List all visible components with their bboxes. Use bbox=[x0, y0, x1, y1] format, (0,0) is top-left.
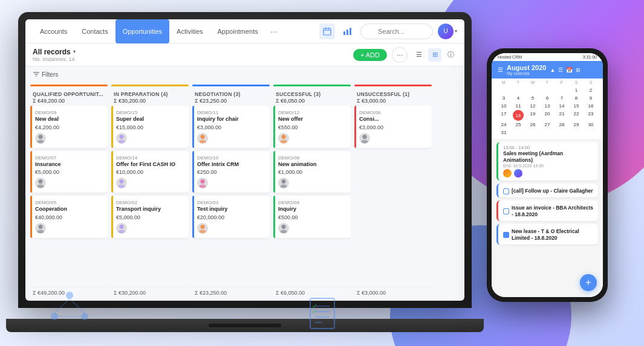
phone-event[interactable]: 13:00 - 14:00Sales meeting (Aardman Anim… bbox=[496, 142, 598, 181]
svg-rect-3 bbox=[328, 27, 330, 29]
phone-event-checkbox-row: Issue an invoice - BBA Architects - 18.8… bbox=[503, 205, 593, 218]
card-avatar bbox=[359, 133, 370, 144]
kanban-card[interactable]: DEMO/10 Offer Intrix CRM €250.00 bbox=[192, 151, 270, 193]
phone-day-cell[interactable]: 23 bbox=[584, 110, 598, 121]
svg-rect-6 bbox=[350, 28, 351, 35]
phone-day-cell[interactable]: 5 bbox=[525, 94, 540, 102]
phone-day-cell[interactable]: 20 bbox=[540, 110, 555, 121]
phone-day-cell[interactable]: 14 bbox=[555, 102, 569, 110]
avatar-chevron: ▾ bbox=[455, 28, 457, 34]
kanban-card[interactable]: DEMO/05 Cooperation €40,000.00 bbox=[30, 196, 108, 238]
phone-day-cell[interactable]: 24 bbox=[496, 121, 511, 129]
phone-event-title: Sales meeting (Aardman Animations) bbox=[503, 150, 593, 164]
phone-event[interactable]: Issue an invoice - BBA Architects - 18.8… bbox=[496, 200, 598, 221]
nav-more-dots[interactable]: ··· bbox=[265, 27, 282, 36]
phone-nav-grid-icon[interactable]: ⊞ bbox=[576, 67, 581, 73]
kanban-card[interactable]: DEMO/09 New deal €4,200.00 bbox=[30, 106, 108, 148]
subbar: All records ▾ No. instances: 14 + ADD ··… bbox=[25, 43, 464, 66]
phone-fab-button[interactable]: + bbox=[580, 274, 597, 291]
card-amount: €20,000.00 bbox=[197, 214, 265, 220]
phone-menu-icon[interactable]: ☰ bbox=[498, 66, 503, 73]
phone-day-cell[interactable]: 10 bbox=[496, 102, 511, 110]
phone-day-cell[interactable]: 1 bbox=[569, 86, 584, 94]
phone-day-cell[interactable]: 19 bbox=[525, 110, 540, 121]
phone-day-cell[interactable]: 13 bbox=[540, 102, 555, 110]
crm-app: Accounts Contacts Opportunities Activiti… bbox=[25, 19, 464, 301]
kanban-card[interactable]: DEMO/02 Transport inquiry €5,000.00 bbox=[111, 196, 189, 238]
phone-day-cell[interactable]: 27 bbox=[540, 121, 555, 129]
card-accent bbox=[192, 151, 194, 193]
kanban-col-col-qualified: QUALIFIED OPPORTUNIT... Σ €49,200.00 DEM… bbox=[30, 85, 108, 298]
card-title: Insurance bbox=[35, 161, 103, 168]
svg-point-31 bbox=[281, 185, 287, 188]
phone-day-cell[interactable]: 4 bbox=[511, 94, 525, 102]
card-avatar bbox=[197, 133, 208, 144]
phone-day-cell[interactable]: 8 bbox=[569, 94, 584, 102]
kanban-card[interactable]: DEMO/14 Offer for First CASH IO €10,000.… bbox=[111, 151, 189, 193]
phone-day-cell[interactable]: 16 bbox=[584, 102, 598, 110]
phone-day-cell[interactable]: 26 bbox=[525, 121, 540, 129]
card-amount: €1,000.00 bbox=[278, 169, 346, 175]
records-chevron[interactable]: ▾ bbox=[73, 49, 76, 54]
kanban-card[interactable]: DEMO/12 New offer €550.00 bbox=[273, 106, 351, 148]
info-view-button[interactable]: ⓘ bbox=[444, 48, 457, 62]
phone-nav-bar: ☰ August 2020 My calendar ▲ ☰ 📅 ⊞ bbox=[492, 61, 603, 78]
phone-nav-cal-icon[interactable]: 📅 bbox=[566, 67, 573, 73]
event-avatar-1 bbox=[503, 169, 512, 178]
list-view-button[interactable]: ☰ bbox=[412, 48, 426, 62]
nav-item-opportunities[interactable]: Opportunities bbox=[115, 19, 169, 43]
nav-item-appointments[interactable]: Appointments bbox=[210, 19, 265, 43]
nav-item-contacts[interactable]: Contacts bbox=[74, 19, 115, 43]
kanban-card[interactable]: DEMO/04 Inquiry €500.00 bbox=[273, 196, 351, 238]
phone-day-cell[interactable]: 9 bbox=[584, 94, 598, 102]
search-input[interactable] bbox=[360, 24, 433, 39]
card-amount: €40,000.00 bbox=[35, 214, 103, 220]
phone-day-cell[interactable]: 22 bbox=[569, 110, 584, 121]
chart-icon[interactable] bbox=[340, 24, 356, 39]
nav-item-accounts[interactable]: Accounts bbox=[33, 19, 74, 43]
phone-day-cell[interactable]: 30 bbox=[584, 121, 598, 129]
calendar-icon[interactable] bbox=[319, 24, 335, 39]
phone-day-cell[interactable]: 17 bbox=[496, 110, 511, 121]
phone-day-cell[interactable]: 6 bbox=[540, 94, 555, 102]
phone-day-cell[interactable]: 3 bbox=[496, 94, 511, 102]
phone-today-cell[interactable]: 18 bbox=[513, 110, 524, 121]
kanban-card[interactable]: DEMO/11 Inquiry for chair €3,000.00 bbox=[192, 106, 270, 148]
phone-day-cell[interactable]: 7 bbox=[555, 94, 569, 102]
event-checkbox[interactable] bbox=[503, 208, 509, 214]
kanban-card[interactable]: DEMO/07 Insurance €5,000.00 bbox=[30, 151, 108, 193]
card-accent bbox=[273, 196, 275, 238]
phone-day-cell[interactable]: 29 bbox=[569, 121, 584, 129]
phone-nav-filter-icon[interactable]: ☰ bbox=[558, 67, 563, 73]
svg-point-37 bbox=[51, 313, 58, 320]
user-avatar[interactable]: U bbox=[438, 24, 454, 39]
card-avatar bbox=[197, 223, 208, 234]
more-options-button[interactable]: ··· bbox=[392, 47, 408, 63]
phone-event[interactable]: New lease - T & O Electrical Limited - 1… bbox=[496, 224, 598, 245]
phone-day-cell[interactable]: 25 bbox=[511, 121, 525, 129]
svg-point-30 bbox=[282, 179, 286, 184]
kanban-card[interactable]: DEMO/03 Test inquiry €20,000.00 bbox=[192, 196, 270, 238]
kanban-view-button[interactable]: ⊞ bbox=[428, 48, 441, 62]
phone-event[interactable]: [call] Follow up - Claire Gallagher bbox=[496, 184, 598, 197]
svg-point-27 bbox=[200, 230, 206, 234]
phone-day-cell[interactable]: 15 bbox=[569, 102, 584, 110]
phone-day-cell[interactable]: 31 bbox=[496, 129, 511, 136]
kanban-card[interactable]: DEMO/06 Consi... €3,000.00 bbox=[354, 106, 432, 148]
kanban-card[interactable]: DEMO/08 New animation €1,000.00 bbox=[273, 151, 351, 193]
phone-day-cell[interactable]: 2 bbox=[584, 86, 598, 94]
event-checkbox[interactable] bbox=[503, 232, 509, 238]
phone-day-cell[interactable]: 11 bbox=[511, 102, 525, 110]
add-button[interactable]: + ADD bbox=[353, 49, 387, 61]
phone-day-cell[interactable]: 12 bbox=[525, 102, 540, 110]
event-avatar-2 bbox=[514, 169, 522, 178]
kanban-card[interactable]: DEMO/15 Super deal €15,000.00 bbox=[111, 106, 189, 148]
event-checkbox[interactable] bbox=[503, 188, 509, 194]
nav-item-activities[interactable]: Activities bbox=[169, 19, 210, 43]
col-title: IN PREPARATION (4) bbox=[114, 91, 186, 97]
phone-day-cell[interactable]: 28 bbox=[555, 121, 569, 129]
card-avatar bbox=[35, 133, 46, 144]
phone-day-cell[interactable]: 21 bbox=[555, 110, 569, 121]
filters-button[interactable]: Filters bbox=[33, 71, 58, 78]
phone-nav-chevron-up[interactable]: ▲ bbox=[550, 67, 555, 73]
